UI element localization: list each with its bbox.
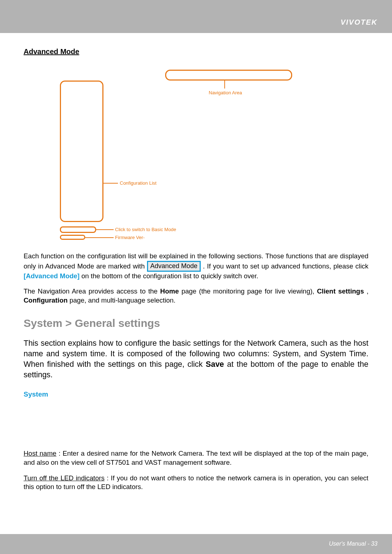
page-content: Advanced Mode Navigation Area Configurat… [0,33,392,492]
host-name-text: : Enter a desired name for the Network C… [24,450,368,466]
definitions: Host name : Enter a desired name for the… [24,449,368,491]
intro-paragraph: This section explains how to configure t… [24,338,368,380]
led-label: Turn off the LED indicators [24,474,105,482]
brand-label: VIVOTEK [340,18,377,26]
p2-text-b: page (the monitoring page for live viewi… [181,287,317,295]
diagram-area: Navigation Area Configuration List Click… [24,70,368,244]
basic-mode-box [60,226,96,233]
basic-connector-line [96,229,114,230]
home-label: Home [160,287,179,295]
config-label: Configuration List [120,180,156,186]
page-number: User's Manual - 33 [329,541,377,547]
fw-connector-line [85,237,114,238]
host-name-paragraph: Host name : Enter a desired name for the… [24,449,368,467]
page-footer: User's Manual - 33 [0,534,392,554]
client-settings-label: Client settings [317,287,364,295]
p1-text-c: on the bottom of the configuration list … [81,272,258,280]
nav-label: Navigation Area [209,90,242,95]
p1-text-b: . If you want to set up advanced functio… [203,262,368,270]
configuration-label: Configuration [24,296,68,304]
subheading-system: System [24,390,368,398]
paragraph-1: Each function on the configuration list … [24,252,368,280]
save-label: Save [206,360,224,369]
advanced-mode-link[interactable]: [Advanced Mode] [24,272,79,280]
paragraph-2: The Navigation Area provides access to t… [24,287,368,305]
navigation-area-box [165,70,292,81]
basic-label: Click to switch to Basic Mode [115,227,176,232]
body-text: Each function on the configuration list … [24,252,368,305]
heading-system-general: System > General settings [24,317,368,329]
p2-text-c: , [367,287,368,295]
host-name-label: Host name [24,450,56,457]
nav-connector-line [224,81,225,89]
advanced-mode-badge: Advanced Mode [147,261,201,272]
led-paragraph: Turn off the LED indicators : If you do … [24,474,368,492]
fw-label: Firmware Ver- [115,235,145,240]
config-connector-line [103,183,118,184]
p2-text-a: The Navigation Area provides access to t… [24,287,160,295]
config-list-box [60,81,103,222]
p2-text-d: page, and multi-language selection. [69,296,175,304]
firmware-box [60,235,85,240]
page-header: VIVOTEK [0,0,392,33]
document-page: VIVOTEK Advanced Mode Navigation Area Co… [0,0,392,554]
section-title: Advanced Mode [24,48,368,56]
